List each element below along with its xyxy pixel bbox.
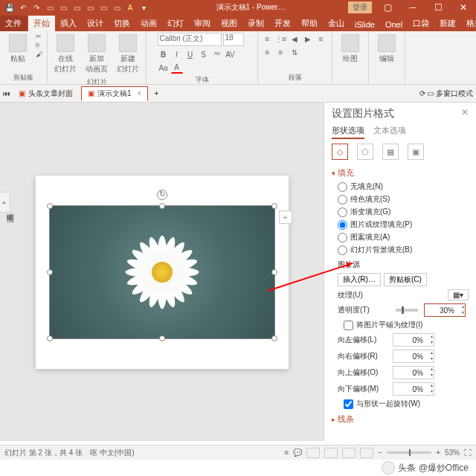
clipboard-button[interactable]: 剪贴板(C) bbox=[384, 273, 427, 286]
layout-options-button[interactable]: + bbox=[279, 210, 292, 224]
align-right-icon[interactable]: ≡ bbox=[275, 46, 287, 58]
picture-icon[interactable]: ▣ bbox=[408, 144, 424, 160]
slideshow-view-button[interactable] bbox=[360, 448, 373, 458]
qat-save-icon[interactable]: 💾 bbox=[4, 2, 15, 13]
ribbon-options-icon[interactable]: ▢ bbox=[375, 0, 400, 15]
tab-slideshow[interactable]: 幻灯 bbox=[162, 16, 189, 31]
fill-pattern[interactable]: 图案填充(A) bbox=[338, 232, 469, 242]
resize-handle[interactable] bbox=[271, 203, 277, 209]
doc-tab-1[interactable]: ▣头条文章封面 bbox=[12, 86, 80, 101]
zoom-slider[interactable] bbox=[387, 451, 431, 454]
fill-none[interactable]: 无填充(N) bbox=[338, 181, 469, 192]
qat-btn-icon[interactable]: ▭ bbox=[71, 2, 82, 13]
add-tab-button[interactable]: + bbox=[149, 89, 163, 97]
fill-solid[interactable]: 纯色填充(S) bbox=[338, 194, 469, 205]
offset-left-spinner[interactable]: 0% bbox=[393, 333, 434, 347]
login-badge[interactable]: 登录 bbox=[348, 1, 372, 13]
cut-icon[interactable]: ✂ bbox=[36, 33, 42, 40]
maximize-button[interactable]: ☐ bbox=[425, 0, 451, 15]
editing-button[interactable]: 编辑 bbox=[373, 33, 400, 65]
texture-picker[interactable]: ▦▾ bbox=[448, 289, 469, 300]
transparency-spinner[interactable]: 30% bbox=[424, 303, 466, 317]
effects-icon[interactable]: ⬠ bbox=[357, 144, 373, 160]
close-tab-icon[interactable]: × bbox=[138, 89, 142, 97]
qat-undo-icon[interactable]: ↶ bbox=[18, 2, 28, 13]
copy-icon[interactable]: ⎘ bbox=[36, 42, 42, 49]
tab-new[interactable]: 新建 bbox=[434, 16, 461, 31]
paste-button[interactable]: 粘贴 bbox=[4, 33, 31, 65]
zoom-in-button[interactable]: + bbox=[436, 448, 440, 457]
tab-view[interactable]: 视图 bbox=[216, 16, 242, 31]
align-left-icon[interactable]: ≡ bbox=[315, 33, 327, 45]
notes-button[interactable]: ≡ bbox=[284, 448, 289, 457]
qat-btn-icon[interactable]: ▭ bbox=[98, 2, 109, 13]
resize-handle[interactable] bbox=[47, 269, 53, 275]
tab-format1[interactable]: 格式 bbox=[461, 16, 476, 31]
tab-islide[interactable]: iSlide bbox=[350, 18, 380, 31]
tab-addin[interactable]: 金山 bbox=[323, 16, 350, 31]
bullets-icon[interactable]: ≡ bbox=[262, 33, 274, 45]
online-slide-button[interactable]: 在线 幻灯片 bbox=[52, 33, 79, 76]
multi-window-icon[interactable]: ▭ 多窗口模式 bbox=[427, 89, 473, 99]
minimize-button[interactable]: ─ bbox=[400, 0, 425, 15]
qat-btn-icon[interactable]: ▭ bbox=[112, 2, 122, 13]
lang-status[interactable]: 呕 中文(中国) bbox=[90, 448, 134, 458]
slide[interactable]: + bbox=[36, 176, 289, 369]
doc-tab-2[interactable]: ▣演示文稿1× bbox=[81, 86, 148, 101]
comments-button[interactable]: 💬 bbox=[293, 448, 302, 457]
offset-down-spinner[interactable]: 0% bbox=[393, 382, 434, 396]
close-button[interactable]: ✕ bbox=[451, 0, 476, 15]
case-icon[interactable]: Aa bbox=[158, 62, 170, 74]
section-line-header[interactable]: 线条 bbox=[332, 414, 469, 425]
offset-up-spinner[interactable]: 0% bbox=[393, 366, 434, 379]
rotate-handle[interactable] bbox=[157, 190, 167, 200]
resize-handle[interactable] bbox=[47, 335, 53, 341]
tab-animation[interactable]: 动画 bbox=[135, 16, 162, 31]
tab-help[interactable]: 帮助 bbox=[296, 16, 323, 31]
shadow-icon[interactable]: ᴬᵇ bbox=[211, 48, 223, 60]
qat-btn-icon[interactable]: ▭ bbox=[58, 2, 68, 13]
offset-right-spinner[interactable]: 0% bbox=[393, 350, 434, 363]
align-center-icon[interactable]: ≡ bbox=[262, 46, 274, 58]
indent-dec-icon[interactable]: ◀ bbox=[289, 33, 300, 45]
slide-canvas[interactable]: ▸ 缩略图 + bbox=[0, 103, 324, 441]
format-painter-icon[interactable]: 🖌 bbox=[36, 51, 42, 58]
resize-handle[interactable] bbox=[271, 269, 277, 275]
tab-insert[interactable]: 插入 bbox=[55, 16, 82, 31]
tab-home[interactable]: 开始 bbox=[28, 16, 55, 31]
qat-btn-icon[interactable]: ▭ bbox=[45, 2, 55, 13]
tab-developer[interactable]: 开发 bbox=[269, 16, 296, 31]
underline-icon[interactable]: U bbox=[184, 48, 196, 60]
reading-view-button[interactable] bbox=[342, 448, 356, 458]
tab-pocket[interactable]: 口袋 bbox=[408, 16, 434, 31]
resize-handle[interactable] bbox=[271, 335, 277, 341]
fit-button[interactable]: ⛶ bbox=[464, 448, 472, 457]
zoom-level[interactable]: 53% bbox=[445, 448, 460, 457]
nav-first-icon[interactable]: ⏮ bbox=[3, 89, 10, 97]
resize-handle[interactable] bbox=[159, 203, 165, 209]
qat-font-color-icon[interactable]: A bbox=[125, 2, 135, 13]
font-name-select[interactable]: Calibri (正文) bbox=[158, 33, 222, 46]
qat-redo-icon[interactable]: ↷ bbox=[31, 2, 42, 13]
tab-text-options[interactable]: 文本选项 bbox=[373, 125, 406, 139]
strike-icon[interactable]: S bbox=[198, 48, 210, 60]
refresh-icon[interactable]: ⟳ bbox=[419, 89, 425, 97]
resize-handle[interactable] bbox=[47, 203, 53, 209]
tab-onekey[interactable]: Onel bbox=[380, 18, 408, 31]
tab-record[interactable]: 录制 bbox=[242, 16, 269, 31]
rotate-with-shape-checkbox[interactable] bbox=[344, 399, 353, 409]
fill-picture[interactable]: 图片或纹理填充(P) bbox=[338, 219, 469, 230]
zoom-out-button[interactable]: − bbox=[378, 448, 382, 457]
bold-icon[interactable]: B bbox=[158, 48, 170, 60]
fill-gradient[interactable]: 渐变填充(G) bbox=[338, 207, 469, 217]
font-size-select[interactable]: 18 bbox=[223, 33, 244, 46]
font-color-icon[interactable]: A bbox=[171, 62, 183, 74]
sorter-view-button[interactable] bbox=[324, 448, 338, 458]
close-pane-button[interactable]: ✕ bbox=[461, 107, 469, 118]
numbering-icon[interactable]: ⋮≡ bbox=[275, 33, 287, 45]
line-spacing-icon[interactable]: ⇅ bbox=[289, 46, 300, 58]
new-anim-button[interactable]: 新加 动画页 bbox=[83, 33, 110, 76]
normal-view-button[interactable] bbox=[306, 448, 320, 458]
tab-transition[interactable]: 切换 bbox=[109, 16, 135, 31]
insert-picture-button[interactable]: 插入(R)… bbox=[338, 273, 381, 286]
